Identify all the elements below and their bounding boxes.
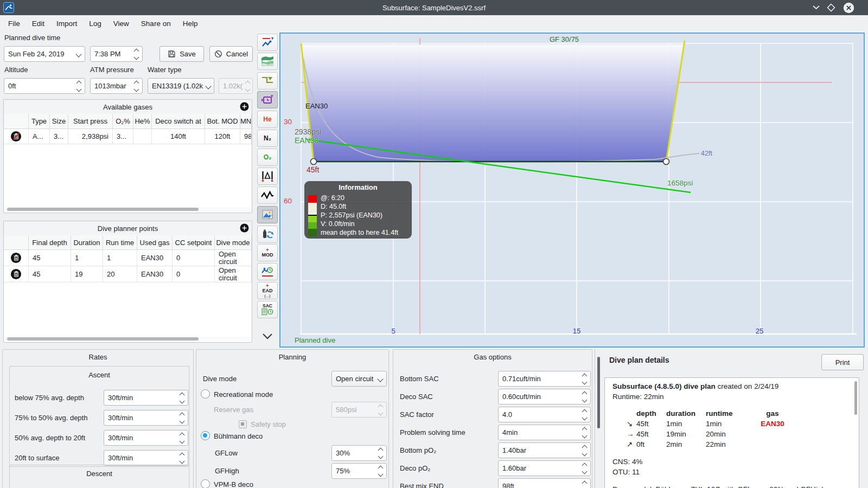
spinner-arrows-icon[interactable]	[177, 413, 184, 423]
gas-cell-mnd[interactable]: 98f	[240, 129, 252, 144]
column-header[interactable]: CC setpoint	[173, 235, 215, 250]
profile-handle[interactable]	[311, 159, 317, 165]
gas-cell-deco-switch[interactable]: 140ft	[152, 129, 205, 144]
add-point-button[interactable]	[240, 223, 249, 233]
column-header[interactable]: Size	[50, 114, 68, 129]
spinner-arrows-icon[interactable]	[579, 428, 586, 438]
gas-option-spinner[interactable]: 0.60cuft/min	[498, 389, 591, 404]
column-header[interactable]: Type	[29, 114, 50, 129]
toolbar-pN2-button[interactable]: N₂	[257, 130, 278, 147]
spinner-arrows-icon[interactable]	[579, 374, 586, 384]
column-header[interactable]: Run time	[103, 235, 137, 250]
points-horizontal-scrollbar[interactable]	[5, 337, 251, 341]
profile-handle[interactable]	[663, 159, 669, 165]
point-cell-divemode[interactable]: Open circuit	[215, 250, 252, 266]
minimize-button[interactable]	[810, 2, 821, 13]
vpmb-deco-radio[interactable]	[201, 479, 210, 488]
close-button[interactable]	[843, 2, 854, 13]
menu-share-on[interactable]: Share on	[135, 17, 177, 30]
altitude-spinner[interactable]: 0ft	[4, 78, 85, 94]
gas-cell-type[interactable]: A...	[29, 129, 50, 144]
toolbar-ndl-button[interactable]	[257, 263, 278, 280]
delete-point-button[interactable]	[4, 250, 29, 266]
spinner-arrows-icon[interactable]	[131, 81, 138, 91]
column-header[interactable]: MN	[240, 114, 252, 129]
gfhigh-spinner[interactable]: 75%	[331, 463, 387, 479]
toolbar-heartrate-button[interactable]	[257, 187, 278, 204]
gas-option-spinner[interactable]: 1.60bar	[498, 460, 591, 476]
dive-mode-combo[interactable]: Open circuit	[331, 371, 387, 387]
toolbar-pO2-button[interactable]: O₂	[257, 149, 278, 166]
column-header[interactable]: O₂%	[113, 114, 133, 129]
toolbar-delta-pressure-button[interactable]	[257, 168, 278, 185]
dive-profile-chart[interactable]: GF 30/75 EAN30 2938psi EAN30 45ft 42ft 1…	[279, 33, 865, 348]
toolbar-pHe-button[interactable]: He	[257, 111, 278, 128]
gas-option-spinner[interactable]: 4.0	[498, 407, 591, 422]
spinner-arrows-icon[interactable]	[74, 81, 81, 91]
spinner-arrows-icon[interactable]	[177, 433, 184, 443]
point-cell-gas[interactable]: EAN30	[137, 266, 173, 282]
point-cell-divemode[interactable]: Open circuit	[215, 266, 252, 282]
buhlmann-deco-radio[interactable]	[201, 431, 210, 440]
vertical-scrollbar[interactable]	[597, 357, 600, 428]
toolbar-waves-button[interactable]	[257, 53, 278, 70]
menu-view[interactable]: View	[107, 17, 135, 30]
toolbar-sac-button[interactable]: SAC	[257, 301, 278, 318]
spinner-arrows-icon[interactable]	[131, 49, 138, 59]
water-type-combo[interactable]: EN13319 (1.02k	[148, 78, 214, 94]
atm-pressure-spinner[interactable]: 1013mbar	[90, 78, 143, 94]
point-cell-gas[interactable]: EAN30	[137, 250, 173, 266]
point-cell-runtime[interactable]: 20	[103, 266, 137, 282]
toolbar-gas-change-button[interactable]	[257, 226, 278, 243]
point-cell-setpoint[interactable]: 0	[173, 266, 215, 282]
toolbar-mod-button[interactable]: +MOD	[257, 244, 278, 261]
recreational-mode-radio[interactable]	[201, 389, 210, 399]
dive-date-combo[interactable]: Sun Feb 24, 2019	[4, 46, 85, 62]
column-header[interactable]: Deco switch at	[152, 114, 205, 129]
column-header[interactable]: Dive mode	[215, 235, 252, 250]
toolbar-dive-computer-button[interactable]	[257, 34, 278, 51]
dive-time-spinner[interactable]: 7:38 PM	[90, 46, 143, 62]
spinner-arrows-icon[interactable]	[375, 448, 382, 458]
column-header[interactable]: He%	[133, 114, 152, 129]
menu-file[interactable]: File	[2, 17, 26, 30]
delete-point-button[interactable]	[4, 266, 29, 282]
spinner-arrows-icon[interactable]	[375, 466, 382, 476]
toolbar-tissues-button[interactable]	[257, 91, 278, 108]
gas-option-spinner[interactable]: 98ft	[498, 478, 591, 488]
column-header[interactable]: Final depth	[29, 235, 71, 250]
point-cell-depth[interactable]: 45	[29, 250, 71, 266]
spinner-arrows-icon[interactable]	[579, 410, 586, 420]
point-cell-duration[interactable]: 19	[71, 266, 103, 282]
menu-help[interactable]: Help	[177, 17, 204, 30]
save-button[interactable]: Save	[159, 46, 204, 62]
cancel-button[interactable]: Cancel	[209, 46, 253, 62]
spinner-arrows-icon[interactable]	[579, 481, 586, 488]
column-header[interactable]: Bot. MOD	[205, 114, 240, 129]
toolbar-collapse-button[interactable]	[257, 328, 278, 345]
rate-spinner[interactable]: 30ft/min	[104, 390, 188, 406]
menu-import[interactable]: Import	[50, 17, 83, 30]
gas-cell-o2[interactable]: 3...	[113, 129, 133, 144]
gas-option-spinner[interactable]: 4min	[498, 425, 591, 440]
point-cell-duration[interactable]: 1	[71, 250, 103, 266]
menu-edit[interactable]: Edit	[26, 17, 50, 30]
details-scrollbar[interactable]	[854, 381, 857, 415]
gas-cell-bot-mod[interactable]: 120ft	[205, 129, 240, 144]
column-header[interactable]: Duration	[71, 235, 103, 250]
toolbar-photos-button[interactable]	[257, 206, 278, 223]
rate-spinner[interactable]: 30ft/min	[104, 450, 188, 466]
rate-spinner[interactable]: 30ft/min	[104, 430, 188, 446]
gases-horizontal-scrollbar[interactable]	[5, 207, 251, 211]
spinner-arrows-icon[interactable]	[579, 464, 586, 473]
point-cell-depth[interactable]: 45	[29, 266, 71, 282]
dive-plan-text[interactable]: Subsurface (4.8.5.0) dive plan created o…	[604, 377, 859, 488]
print-button[interactable]: Print	[821, 354, 864, 370]
spinner-arrows-icon[interactable]	[177, 393, 184, 403]
menu-log[interactable]: Log	[83, 17, 107, 30]
gas-option-spinner[interactable]: 0.71cuft/min	[498, 371, 591, 387]
spinner-arrows-icon[interactable]	[579, 446, 586, 455]
gflow-spinner[interactable]: 30%	[331, 445, 387, 461]
point-cell-setpoint[interactable]: 0	[173, 250, 215, 266]
toolbar-ead-button[interactable]: +EAD(...)	[257, 282, 278, 299]
